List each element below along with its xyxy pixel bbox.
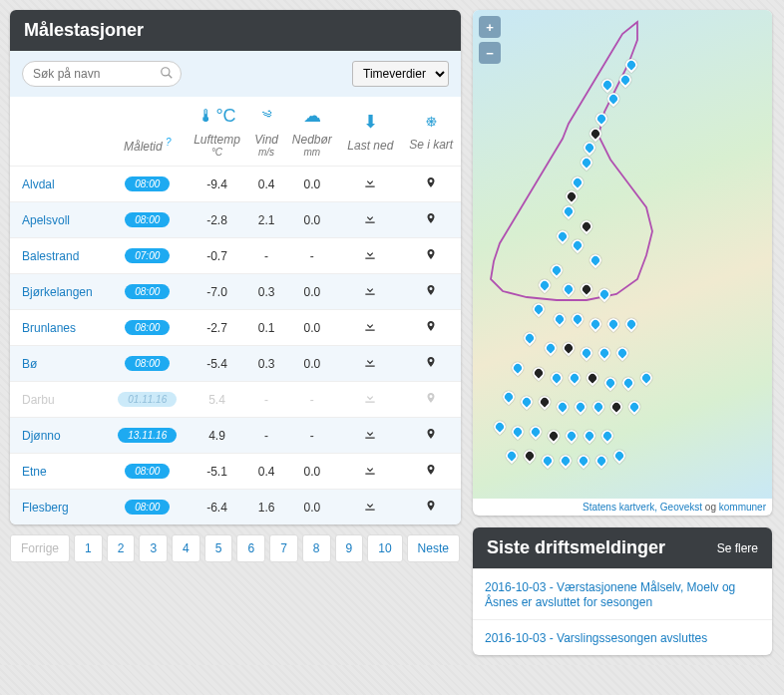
station-link[interactable]: Djønno <box>22 429 61 443</box>
pager-link[interactable]: 5 <box>204 534 233 562</box>
resolution-select[interactable]: Timeverdier <box>352 61 449 87</box>
map-pin-button[interactable] <box>425 428 437 445</box>
map-marker[interactable] <box>608 399 625 416</box>
map-marker[interactable] <box>593 452 610 469</box>
station-link[interactable]: Apelsvoll <box>22 213 70 227</box>
table-row: Balestrand07:00-0.7-- <box>10 238 461 274</box>
map-marker[interactable] <box>614 345 631 362</box>
zoom-in-button[interactable]: + <box>479 16 501 38</box>
pager-link[interactable]: 6 <box>236 534 265 562</box>
map-marker[interactable] <box>626 399 643 416</box>
download-button[interactable] <box>363 247 377 264</box>
map-pin-button[interactable] <box>425 284 437 301</box>
map-marker[interactable] <box>596 345 613 362</box>
station-link[interactable]: Flesberg <box>22 501 69 515</box>
map-marker[interactable] <box>510 359 527 376</box>
download-button[interactable] <box>363 175 377 192</box>
map-marker[interactable] <box>576 452 592 469</box>
map-marker[interactable] <box>540 452 557 469</box>
zoom-out-button[interactable]: − <box>479 42 501 64</box>
download-button[interactable] <box>363 463 377 480</box>
map-marker[interactable] <box>567 369 584 386</box>
map-pin-button[interactable] <box>425 176 437 193</box>
map-marker[interactable] <box>588 315 604 332</box>
temp-cell: -9.4 <box>186 167 248 202</box>
pager-link[interactable]: 9 <box>335 534 364 562</box>
map-pin-button[interactable] <box>425 392 437 409</box>
map-pin-button[interactable] <box>425 500 437 517</box>
pager-link[interactable]: Neste <box>407 534 460 562</box>
download-button[interactable] <box>363 211 377 228</box>
map-marker[interactable] <box>599 428 616 445</box>
pager-link[interactable]: 8 <box>302 534 331 562</box>
download-button[interactable] <box>363 283 377 300</box>
map-pin-button[interactable] <box>425 248 437 265</box>
pager-link[interactable]: 1 <box>74 534 103 562</box>
map-marker[interactable] <box>519 394 536 411</box>
map-marker[interactable] <box>605 315 622 332</box>
map-pin-button[interactable] <box>425 356 437 373</box>
download-button[interactable] <box>363 355 377 372</box>
station-link[interactable]: Alvdal <box>22 177 55 191</box>
map-marker[interactable] <box>623 315 640 332</box>
download-button[interactable] <box>363 427 377 444</box>
map-marker[interactable] <box>528 423 545 440</box>
map-marker[interactable] <box>546 428 563 445</box>
map-marker[interactable] <box>620 374 637 391</box>
station-link[interactable]: Darbu <box>22 393 55 407</box>
map-pin-button[interactable] <box>425 212 437 229</box>
map-marker[interactable] <box>537 394 554 411</box>
download-button[interactable] <box>363 391 377 408</box>
station-link[interactable]: Balestrand <box>22 249 79 263</box>
map-pin-button[interactable] <box>425 320 437 337</box>
map-pin-button[interactable] <box>425 464 437 481</box>
map-marker[interactable] <box>552 310 569 327</box>
map-marker[interactable] <box>543 340 560 357</box>
map-marker[interactable] <box>558 452 575 469</box>
station-link[interactable]: Etne <box>22 465 47 479</box>
search-input[interactable] <box>22 61 182 87</box>
pager-link[interactable]: 7 <box>269 534 298 562</box>
map-marker[interactable] <box>522 448 539 465</box>
precip-cell: 0.0 <box>284 346 339 382</box>
map-marker[interactable] <box>531 364 548 381</box>
download-button[interactable] <box>363 319 377 336</box>
map-marker[interactable] <box>585 369 601 386</box>
map-marker[interactable] <box>549 369 566 386</box>
map-marker[interactable] <box>579 345 595 362</box>
station-link[interactable]: Bø <box>22 357 37 371</box>
thermometer-icon: 🌡°C <box>190 106 244 127</box>
attrib-link-2[interactable]: kommuner <box>719 502 766 513</box>
station-link[interactable]: Brunlanes <box>22 321 76 335</box>
news-link[interactable]: 2016-10-03 - Værstasjonene Målselv, Moel… <box>485 580 735 609</box>
precip-cell: 0.0 <box>284 310 339 346</box>
map-marker[interactable] <box>590 399 607 416</box>
map-marker[interactable] <box>555 399 572 416</box>
time-pill: 08:00 <box>125 212 170 227</box>
map-marker[interactable] <box>492 418 509 435</box>
news-link[interactable]: 2016-10-03 - Varslingssesongen avsluttes <box>485 631 707 645</box>
map-marker[interactable] <box>573 399 589 416</box>
map-marker[interactable] <box>510 423 527 440</box>
station-link[interactable]: Bjørkelangen <box>22 285 93 299</box>
pager-link[interactable]: 3 <box>139 534 168 562</box>
map-marker[interactable] <box>602 374 619 391</box>
pager-link[interactable]: 4 <box>172 534 200 562</box>
map-marker[interactable] <box>504 448 521 465</box>
map-marker[interactable] <box>522 330 539 347</box>
map-marker[interactable] <box>611 448 628 465</box>
see-more-link[interactable]: Se flere <box>717 541 758 555</box>
pager-link[interactable]: 10 <box>367 534 402 562</box>
pager-link[interactable]: 2 <box>107 534 136 562</box>
map-marker[interactable] <box>582 428 598 445</box>
map-marker[interactable] <box>564 428 581 445</box>
map-marker[interactable] <box>570 310 587 327</box>
download-button[interactable] <box>363 499 377 516</box>
map-canvas[interactable]: + − <box>473 10 772 499</box>
map-marker[interactable] <box>501 389 518 406</box>
table-row: Alvdal08:00-9.40.40.0 <box>10 167 461 202</box>
attrib-link-1[interactable]: Statens kartverk, Geovekst <box>583 502 702 513</box>
map-marker[interactable] <box>638 369 655 386</box>
map-marker[interactable] <box>561 340 578 357</box>
time-pill: 08:00 <box>125 356 170 371</box>
